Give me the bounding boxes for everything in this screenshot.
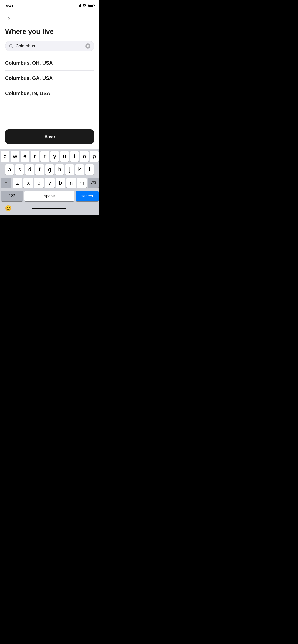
save-button-container: Save xyxy=(0,124,99,149)
search-icon xyxy=(9,44,13,48)
key-k[interactable]: k xyxy=(75,164,84,175)
emoji-button[interactable]: 😊 xyxy=(5,205,12,212)
key-q[interactable]: q xyxy=(1,151,9,162)
numbers-key[interactable]: 123 xyxy=(1,191,23,201)
result-text-2: Columbus, GA, USA xyxy=(5,75,53,81)
key-y[interactable]: y xyxy=(50,151,59,162)
key-r[interactable]: r xyxy=(31,151,39,162)
keyboard: q w e r t y u i o p a s d f g h j k l xyxy=(0,149,99,215)
key-p[interactable]: p xyxy=(90,151,99,162)
key-g[interactable]: g xyxy=(45,164,54,175)
key-j[interactable]: j xyxy=(65,164,74,175)
key-n[interactable]: n xyxy=(66,178,76,188)
home-indicator xyxy=(32,208,66,209)
svg-line-1 xyxy=(12,47,13,48)
signal-icon xyxy=(77,4,81,7)
key-f[interactable]: f xyxy=(35,164,44,175)
page-title: Where you live xyxy=(0,27,99,36)
key-l[interactable]: l xyxy=(85,164,94,175)
space-key[interactable]: space xyxy=(24,191,74,201)
keyboard-row-4: 123 space search xyxy=(1,191,99,201)
clear-button[interactable]: × xyxy=(85,43,90,49)
result-item-2[interactable]: Columbus, GA, USA xyxy=(5,71,94,86)
key-t[interactable]: t xyxy=(40,151,49,162)
key-e[interactable]: e xyxy=(21,151,29,162)
key-i[interactable]: i xyxy=(70,151,79,162)
key-d[interactable]: d xyxy=(25,164,34,175)
key-c[interactable]: c xyxy=(34,178,44,188)
keyboard-row-2: a s d f g h j k l xyxy=(1,164,99,175)
key-a[interactable]: a xyxy=(5,164,14,175)
key-m[interactable]: m xyxy=(77,178,87,188)
shift-key[interactable] xyxy=(1,178,11,188)
search-key[interactable]: search xyxy=(76,191,99,201)
close-button[interactable]: × xyxy=(5,14,13,22)
key-x[interactable]: x xyxy=(23,178,33,188)
key-h[interactable]: h xyxy=(55,164,64,175)
close-icon: × xyxy=(8,16,11,21)
wifi-icon xyxy=(82,4,86,7)
shift-icon xyxy=(4,181,8,184)
result-text-3: Columbus, IN, USA xyxy=(5,91,50,96)
search-box[interactable]: × xyxy=(5,41,94,51)
clear-icon: × xyxy=(87,45,89,48)
key-b[interactable]: b xyxy=(56,178,65,188)
result-item-1[interactable]: Columbus, OH, USA xyxy=(5,55,94,71)
key-v[interactable]: v xyxy=(45,178,54,188)
main-container: × Where you live × Columbus, OH, USA Col… xyxy=(0,11,99,215)
status-icons xyxy=(77,4,94,7)
battery-icon xyxy=(88,4,94,7)
status-time: 9:41 xyxy=(6,4,13,8)
search-input[interactable] xyxy=(16,43,83,49)
search-container: × xyxy=(0,41,99,51)
key-s[interactable]: s xyxy=(15,164,24,175)
keyboard-row-3: z x c v b n m ⌫ xyxy=(1,178,99,188)
save-button[interactable]: Save xyxy=(5,129,94,144)
status-bar: 9:41 xyxy=(0,0,99,11)
keyboard-row-1: q w e r t y u i o p xyxy=(1,151,99,162)
delete-icon: ⌫ xyxy=(91,181,96,185)
bottom-row: 😊 xyxy=(1,204,99,214)
key-u[interactable]: u xyxy=(60,151,69,162)
key-o[interactable]: o xyxy=(80,151,89,162)
key-z[interactable]: z xyxy=(13,178,22,188)
results-list: Columbus, OH, USA Columbus, GA, USA Colu… xyxy=(0,55,99,124)
key-w[interactable]: w xyxy=(11,151,19,162)
delete-key[interactable]: ⌫ xyxy=(88,178,99,188)
result-item-3[interactable]: Columbus, IN, USA xyxy=(5,86,94,101)
result-text-1: Columbus, OH, USA xyxy=(5,60,53,66)
